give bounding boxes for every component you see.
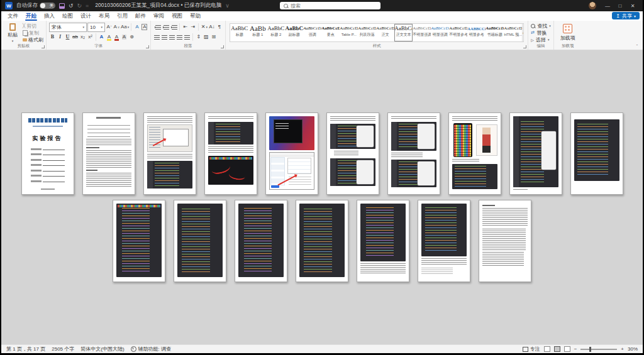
replace-button[interactable]: ⇄替换: [531, 30, 551, 36]
style-intense-emphasis[interactable]: AaBbCcDi明显强调: [431, 24, 449, 41]
align-right-button[interactable]: [169, 33, 175, 41]
tab-view[interactable]: 视图: [168, 11, 186, 21]
page-thumbnail-16-code-text[interactable]: [418, 200, 470, 282]
page-thumbnail-12-code[interactable]: [174, 200, 226, 282]
page-thumbnail-8-app-screens[interactable]: [448, 112, 501, 195]
strikethrough-button[interactable]: ab: [72, 33, 79, 41]
style-html-preformatted[interactable]: AaBbCcDiHTML 预...: [504, 24, 522, 41]
subscript-button[interactable]: x₂: [79, 33, 86, 41]
redo-icon[interactable]: ↻: [77, 3, 82, 9]
read-mode-button[interactable]: [544, 346, 550, 352]
tab-draw[interactable]: 绘图: [58, 11, 77, 21]
shrink-font-button[interactable]: A∨: [113, 23, 120, 31]
page-thumbnail-15-code-text[interactable]: [357, 200, 409, 282]
style-title[interactable]: AaBbC标题: [230, 24, 248, 41]
zoom-level[interactable]: 30%: [628, 346, 638, 352]
page-thumbnail-5-emulator-setup[interactable]: [265, 112, 318, 195]
cut-button[interactable]: ╳剪切: [23, 23, 43, 30]
sort-button[interactable]: A↓: [208, 23, 215, 31]
autosave-toggle[interactable]: 关: [40, 3, 55, 9]
format-painter-button[interactable]: 格式刷: [23, 36, 43, 43]
tab-references[interactable]: 引用: [113, 11, 131, 21]
font-color-button[interactable]: A: [113, 33, 120, 41]
paste-button[interactable]: 粘贴 ▾: [4, 22, 21, 43]
language-indicator[interactable]: 简体中文(中国大陆): [80, 346, 124, 352]
print-layout-button[interactable]: [554, 346, 560, 352]
page-thumbnail-4-annotated[interactable]: [204, 112, 257, 195]
page-thumbnail-9-code[interactable]: [509, 112, 562, 195]
page-thumbnail-13-code[interactable]: [235, 200, 287, 282]
styles-dialog-launcher[interactable]: [523, 45, 526, 48]
style-subtitle[interactable]: AaBbC副标题: [285, 24, 303, 41]
close-button[interactable]: ✕: [626, 3, 639, 9]
style-book-title[interactable]: AaBbCcDi书籍标题: [486, 24, 504, 41]
zoom-slider-thumb[interactable]: [589, 347, 591, 352]
accessibility-checker[interactable]: 辅助功能: 调查: [131, 346, 171, 352]
bullets-button[interactable]: [153, 23, 161, 31]
distribute-button[interactable]: [184, 33, 191, 41]
bold-button[interactable]: B: [49, 33, 56, 41]
borders-button[interactable]: ⊞: [210, 33, 217, 41]
justify-button[interactable]: [176, 33, 183, 41]
copy-button[interactable]: 复制: [23, 30, 43, 36]
line-spacing-button[interactable]: ⇕: [195, 33, 202, 41]
style-heading2[interactable]: AaBbC标题 2: [267, 24, 285, 41]
zoom-slider[interactable]: [580, 349, 617, 350]
align-left-button[interactable]: [153, 33, 160, 41]
tab-review[interactable]: 审阅: [150, 11, 168, 21]
page-thumbnail-6-emulator[interactable]: [326, 112, 379, 195]
clipboard-dialog-launcher[interactable]: [42, 45, 45, 48]
qat-customize-icon[interactable]: =: [86, 3, 89, 9]
undo-icon[interactable]: ↺: [69, 3, 74, 9]
document-canvas[interactable]: 实验报告: [1, 50, 643, 344]
underline-button[interactable]: U: [64, 33, 71, 41]
minimize-button[interactable]: —: [601, 3, 614, 9]
tab-home[interactable]: 开始: [22, 11, 40, 21]
font-name-combo[interactable]: 宋体▾: [49, 23, 87, 32]
style-subtle-emphasis[interactable]: AaBbCcDi不明显强调: [413, 24, 431, 41]
align-center-button[interactable]: [161, 33, 168, 41]
tab-help[interactable]: 帮助: [186, 11, 204, 21]
page-thumbnail-3-screenshots[interactable]: [143, 112, 196, 195]
page-thumbnail-2-text[interactable]: [82, 112, 135, 195]
select-button[interactable]: ▷选择▾: [531, 36, 551, 43]
tab-mailings[interactable]: 邮件: [131, 11, 150, 21]
tab-file[interactable]: 文件: [4, 11, 22, 21]
show-marks-button[interactable]: ¶: [216, 23, 223, 31]
addins-button[interactable]: 加载项: [560, 24, 575, 41]
title-chevron-icon[interactable]: ∨: [225, 3, 230, 9]
grow-font-button[interactable]: Aˆ: [106, 23, 113, 31]
web-layout-button[interactable]: [564, 346, 570, 352]
increase-indent-button[interactable]: ⇥: [189, 23, 196, 31]
italic-button[interactable]: I: [57, 33, 64, 41]
collapse-ribbon-icon[interactable]: ˆ: [636, 44, 638, 48]
page-thumbnail-1-cover[interactable]: 实验报告: [21, 112, 74, 195]
change-case-button[interactable]: Aa▾: [121, 23, 129, 31]
tab-layout[interactable]: 布局: [95, 11, 113, 21]
font-size-combo[interactable]: 10▾: [87, 23, 105, 32]
document-title[interactable]: 200103060206王某某_项目04.docx • 已保存到此电脑: [95, 2, 221, 9]
character-shading-button[interactable]: A: [121, 33, 128, 41]
find-button[interactable]: 查找▾: [531, 23, 551, 30]
word-count[interactable]: 2505 个字: [52, 346, 74, 352]
style-intense-reference[interactable]: AABBCCDI明显参考: [467, 24, 486, 41]
page-thumbnail-17-summary[interactable]: [479, 200, 531, 282]
style-body-text-selected[interactable]: AaBbCc正文文本: [394, 24, 413, 41]
superscript-button[interactable]: x²: [87, 33, 94, 41]
page-thumbnail-14-code[interactable]: [296, 200, 348, 282]
page-thumbnail-10-code[interactable]: [570, 112, 623, 195]
style-list-paragraph[interactable]: AaBbCcDi列表段落: [358, 24, 376, 41]
word-app-icon[interactable]: W: [5, 2, 13, 9]
text-effects-button[interactable]: A: [98, 33, 105, 41]
zoom-out-button[interactable]: −: [574, 346, 577, 352]
font-dialog-launcher[interactable]: [146, 45, 149, 48]
tab-design[interactable]: 设计: [77, 11, 95, 21]
page-thumbnail-7-emulator[interactable]: [387, 112, 440, 195]
multilevel-list-button[interactable]: [170, 23, 177, 31]
asian-layout-button[interactable]: ✕▾: [201, 23, 208, 31]
style-table-paragraph[interactable]: AaBbCcDiTable P...: [340, 24, 358, 41]
style-emphasis[interactable]: AaBbCcDi强调: [303, 24, 321, 41]
highlight-button[interactable]: A: [106, 33, 113, 41]
style-heading1[interactable]: AaBb标题 1: [248, 24, 267, 41]
zoom-in-button[interactable]: +: [621, 346, 624, 352]
